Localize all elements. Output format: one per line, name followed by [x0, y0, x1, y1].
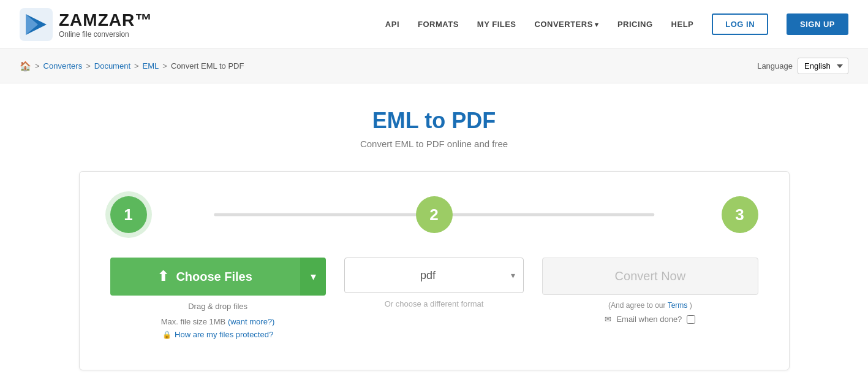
- breadcrumb-current: Convert EML to PDF: [171, 61, 244, 71]
- breadcrumb-sep-2: >: [134, 61, 139, 71]
- action-row: ⬆ Choose Files ▾ Drag & drop files Max. …: [110, 258, 758, 339]
- steps-row: 1 2 3: [110, 196, 758, 233]
- logo-text: ZAMZAR™ Online file conversion: [59, 10, 153, 39]
- drag-drop-hint: Drag & drop files: [110, 302, 326, 311]
- breadcrumb-sep-0: >: [35, 61, 40, 71]
- nav-api[interactable]: API: [385, 20, 399, 29]
- choose-files-label: Choose Files: [176, 270, 252, 284]
- page-subtitle: Convert EML to PDF online and free: [20, 139, 848, 149]
- breadcrumb-document[interactable]: Document: [94, 61, 130, 71]
- format-select-wrapper: pdf doc docx html jpg png txt ▾: [344, 258, 524, 293]
- nav-formats[interactable]: FORMATS: [418, 20, 459, 29]
- max-size-hint: Max. file size 1MB (want more?): [110, 317, 326, 326]
- choose-files-section: ⬆ Choose Files ▾ Drag & drop files Max. …: [110, 258, 326, 339]
- step-2: 2: [416, 196, 453, 233]
- dropdown-icon: ▾: [311, 270, 316, 283]
- breadcrumb-sep-1: >: [86, 61, 91, 71]
- language-area: Language English French German Spanish: [757, 58, 848, 74]
- language-label: Language: [757, 61, 793, 71]
- convert-section: Convert Now (And agree to our Terms ) ✉ …: [542, 258, 758, 324]
- lock-icon: 🔒: [162, 331, 172, 339]
- breadcrumb-eml[interactable]: EML: [143, 61, 159, 71]
- step-3: 3: [722, 196, 758, 233]
- terms-link[interactable]: Terms: [668, 301, 688, 310]
- nav-myfiles[interactable]: MY FILES: [477, 20, 516, 29]
- header: ZAMZAR™ Online file conversion API FORMA…: [0, 0, 868, 49]
- format-section: pdf doc docx html jpg png txt ▾ Or choos…: [344, 258, 524, 308]
- protect-link[interactable]: How are my files protected?: [175, 330, 273, 339]
- signup-button[interactable]: SIGN UP: [787, 13, 848, 35]
- email-checkbox[interactable]: [687, 315, 695, 324]
- terms-suffix: ): [690, 301, 692, 310]
- max-size-text: Max. file size 1MB: [161, 317, 225, 326]
- language-select[interactable]: English French German Spanish: [798, 58, 848, 74]
- terms-prefix: (And agree to our: [608, 301, 665, 310]
- convert-now-button[interactable]: Convert Now: [542, 258, 758, 295]
- choose-files-button[interactable]: ⬆ Choose Files: [110, 258, 300, 296]
- breadcrumb-converters[interactable]: Converters: [43, 61, 83, 71]
- main-content: EML to PDF Convert EML to PDF online and…: [0, 83, 868, 390]
- protect-link-row: 🔒 How are my files protected?: [110, 330, 326, 339]
- login-button[interactable]: LOG IN: [712, 13, 768, 35]
- nav-converters[interactable]: CONVERTERS: [535, 20, 599, 29]
- want-more-link[interactable]: (want more?): [228, 317, 275, 326]
- email-when-done-label: Email when done?: [616, 315, 682, 324]
- logo-icon: [20, 8, 53, 41]
- converter-card: 1 2 3 ⬆ Choose Files ▾ Drag & drop fi: [79, 171, 790, 370]
- breadcrumb-home[interactable]: 🏠: [20, 61, 31, 72]
- nav-pricing[interactable]: PRICING: [617, 20, 653, 29]
- choose-files-dropdown-button[interactable]: ▾: [300, 258, 326, 296]
- logo-name: ZAMZAR™: [59, 10, 153, 30]
- breadcrumb: 🏠 > Converters > Document > EML > Conver…: [20, 61, 244, 72]
- email-line: ✉ Email when done?: [542, 315, 758, 324]
- breadcrumb-bar: 🏠 > Converters > Document > EML > Conver…: [0, 49, 868, 83]
- breadcrumb-sep-3: >: [162, 61, 167, 71]
- terms-line: (And agree to our Terms ): [542, 301, 758, 310]
- email-icon: ✉: [605, 315, 611, 324]
- nav-help[interactable]: HELP: [671, 20, 694, 29]
- logo-tagline: Online file conversion: [59, 30, 153, 39]
- step-1: 1: [110, 196, 147, 233]
- logo[interactable]: ZAMZAR™ Online file conversion: [20, 8, 153, 41]
- choose-files-wrapper: ⬆ Choose Files ▾: [110, 258, 326, 296]
- format-hint: Or choose a different format: [344, 299, 524, 308]
- format-select[interactable]: pdf doc docx html jpg png txt: [344, 258, 524, 293]
- page-title: EML to PDF: [20, 108, 848, 134]
- upload-icon: ⬆: [157, 269, 168, 285]
- main-nav: API FORMATS MY FILES CONVERTERS PRICING …: [385, 13, 848, 35]
